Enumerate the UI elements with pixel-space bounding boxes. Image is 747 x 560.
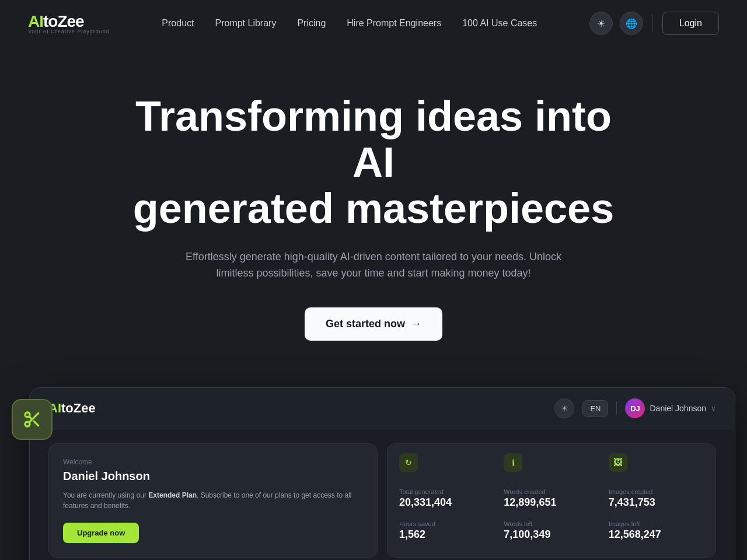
logo-tagline: Your AI Creative Playground [28,29,110,34]
dashboard-avatar: DJ [625,398,645,418]
plan-description: You are currently using our Extended Pla… [63,490,363,511]
welcome-name: Daniel Johnson [63,470,363,483]
images-left-label: Images left [609,520,704,527]
images-created-stat: Images created 7,431,753 [609,488,704,509]
stats-col-1: ↻ Total generated 20,331,404 Hours saved… [399,453,494,548]
dashboard-preview: AItoZee ☀ EN DJ Daniel Johnson ∨ Welcome… [0,387,747,560]
words-left-label: Words left [504,520,599,527]
svg-line-4 [29,416,32,419]
stats-card: ↻ Total generated 20,331,404 Hours saved… [387,443,716,558]
words-created-stat: Words created 12,899,651 [504,488,599,509]
nav-prompt-library[interactable]: Prompt Library [215,18,276,29]
upgrade-button[interactable]: Upgrade now [63,523,139,543]
words-created-value: 12,899,651 [504,496,599,509]
words-created-label: Words created [504,488,599,495]
dashboard-logo: AItoZee [48,401,96,416]
stats-col-2: ℹ Words created 12,899,651 Words left 7,… [504,453,599,548]
nav-hire[interactable]: Hire Prompt Engineers [347,18,441,29]
dashboard-main-grid: Welcome Daniel Johnson You are currently… [48,443,716,558]
dashboard-username: Daniel Johnson [650,404,706,413]
logo-rest: toZee [43,12,84,30]
words-left-value: 7,100,349 [504,528,599,541]
cta-label: Get started now [326,318,405,330]
welcome-card: Welcome Daniel Johnson You are currently… [48,443,378,558]
header-actions: ☀ 🌐 Login [589,12,719,35]
nav-product[interactable]: Product [162,18,194,29]
dash-logo-rest: toZee [61,401,96,415]
plan-name: Extended Plan [148,491,197,499]
hero-headline-line1: Transforming ideas into AI [135,93,612,186]
header: AItoZee Your AI Creative Playground Prod… [0,0,747,47]
images-left-value: 12,568,247 [609,528,704,541]
header-divider [652,15,653,32]
dashboard-header: AItoZee ☀ EN DJ Daniel Johnson ∨ [30,388,735,429]
dashboard-theme-button[interactable]: ☀ [554,398,574,418]
total-generated-value: 20,331,404 [399,496,494,509]
nav-pricing[interactable]: Pricing [297,18,326,29]
dashboard-language-button[interactable]: EN [582,400,608,417]
dashboard-chevron-icon: ∨ [711,404,716,412]
dash-divider [616,401,617,415]
language-button[interactable]: 🌐 [620,12,643,35]
total-generated-icon: ↻ [399,453,418,472]
hours-saved-stat: Hours saved 1,562 [399,520,494,541]
hero-headline: Transforming ideas into AI generated mas… [111,93,636,232]
dashboard-user-menu[interactable]: DJ Daniel Johnson ∨ [625,398,716,418]
main-nav: Product Prompt Library Pricing Hire Prom… [162,18,537,29]
words-left-stat: Words left 7,100,349 [504,520,599,541]
logo: AItoZee Your AI Creative Playground [28,12,110,34]
hero-section: Transforming ideas into AI generated mas… [0,47,747,376]
images-left-stat: Images left 12,568,247 [609,520,704,541]
images-created-label: Images created [609,488,704,495]
svg-line-3 [34,421,38,425]
side-badge-icon [12,399,53,440]
plan-text-1: You are currently using our [63,491,148,499]
cta-arrow-icon: → [411,318,421,330]
scissors-icon [23,410,41,429]
dashboard-header-right: ☀ EN DJ Daniel Johnson ∨ [554,398,716,418]
images-created-icon: 🖼 [609,453,627,472]
words-created-icon: ℹ [504,453,522,472]
hours-saved-value: 1,562 [399,528,494,541]
dashboard-content: Welcome Daniel Johnson You are currently… [30,429,735,560]
welcome-label: Welcome [63,458,363,466]
login-button[interactable]: Login [662,12,719,35]
total-generated-label: Total generated [399,488,494,495]
hero-headline-line2: generated masterpieces [133,185,614,232]
stats-col-3: 🖼 Images created 7,431,753 Images left 1… [609,453,704,548]
hero-subtext: Effortlessly generate high-quality AI-dr… [175,249,572,282]
hours-saved-label: Hours saved [399,520,494,527]
theme-toggle-button[interactable]: ☀ [589,12,613,35]
cta-button[interactable]: Get started now → [305,307,442,341]
total-generated-stat: Total generated 20,331,404 [399,488,494,509]
nav-use-cases[interactable]: 100 AI Use Cases [462,18,537,29]
logo-ai: AI [28,12,43,30]
dashboard-frame: AItoZee ☀ EN DJ Daniel Johnson ∨ Welcome… [29,387,735,560]
images-created-value: 7,431,753 [609,496,704,509]
